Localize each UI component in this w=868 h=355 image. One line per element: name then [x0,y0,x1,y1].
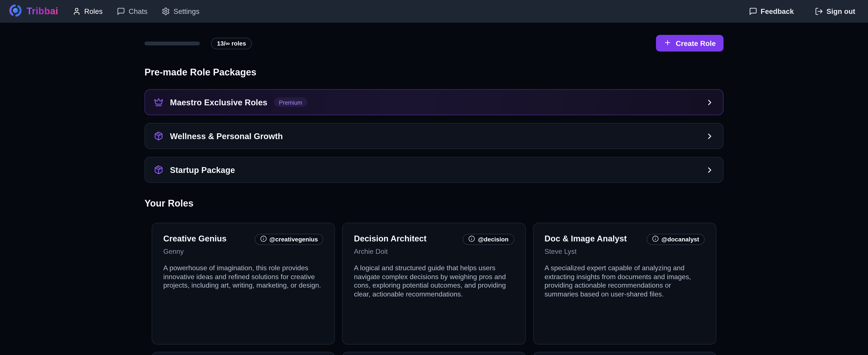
role-card-title: Creative Genius [163,233,226,244]
user-icon [72,7,81,16]
package-row-startup[interactable]: Startup Package [145,157,723,183]
role-handle: @decision [478,236,509,243]
role-card-description: A powerhouse of imagination, this role p… [163,264,323,290]
role-card-partial[interactable] [342,352,526,355]
roles-count-badge: 13/∞ roles [211,37,252,49]
role-card-subtitle: Archie Doit [354,248,514,256]
plus-icon [663,38,671,48]
role-handle-badge[interactable]: @docanalyst [647,234,705,245]
role-card-description: A specialized expert capable of analyzin… [545,264,705,299]
nav-label: Chats [129,7,148,16]
nav-item-roles[interactable]: Roles [72,7,103,16]
nav-label: Roles [84,7,103,16]
tribbai-logo-icon [8,3,23,20]
package-title: Wellness & Personal Growth [170,131,283,141]
logout-icon [815,7,823,16]
role-card-subtitle: Genny [163,248,323,256]
package-icon [154,165,163,175]
brand-logo[interactable]: Tribbai [8,3,58,20]
roles-progress-bar [145,41,200,45]
role-card-decision-architect[interactable]: Decision Architect @decision Archie Doit… [342,223,526,345]
package-title: Maestro Exclusive Roles [170,97,268,107]
package-row-maestro[interactable]: Maestro Exclusive Roles Premium [145,89,723,115]
crown-icon [154,97,163,107]
role-card-partial[interactable] [533,352,716,355]
chat-bubble-icon [117,7,125,16]
info-icon [260,235,267,243]
info-icon [468,235,475,243]
signout-label: Sign out [827,7,855,16]
role-card-doc-image-analyst[interactable]: Doc & Image Analyst @docanalyst Steve Ly… [533,223,716,345]
role-handle: @creativegenius [270,236,318,243]
chevron-right-icon [705,98,714,107]
roles-card-grid: Creative Genius @creativegenius Genny A … [145,223,723,345]
brand-name: Tribbai [27,6,58,17]
package-row-wellness[interactable]: Wellness & Personal Growth [145,123,723,149]
signout-button[interactable]: Sign out [815,7,856,16]
create-role-button[interactable]: Create Role [656,35,723,52]
role-card-title: Doc & Image Analyst [545,233,627,244]
chevron-right-icon [705,166,714,174]
feedback-label: Feedback [761,7,794,16]
page: Tribbai Roles Chats [0,0,868,355]
nav-label: Settings [174,7,199,16]
role-card-partial[interactable] [152,352,335,355]
premium-badge: Premium [274,97,307,107]
feedback-button[interactable]: Feedback [749,7,794,16]
role-card-subtitle: Steve Lyst [545,248,705,256]
role-card-creative-genius[interactable]: Creative Genius @creativegenius Genny A … [152,223,335,345]
main-nav: Roles Chats Settings [72,7,199,16]
role-handle: @docanalyst [661,236,699,243]
info-icon [652,235,659,243]
create-role-label: Create Role [676,39,716,47]
role-card-description: A logical and structured guide that help… [354,264,514,299]
main-content: 13/∞ roles Create Role Pre-made Role Pac… [145,35,723,355]
chevron-right-icon [705,131,714,141]
roles-toolbar: 13/∞ roles Create Role [145,35,723,52]
premade-section-title: Pre-made Role Packages [145,68,723,77]
nav-item-chats[interactable]: Chats [117,7,148,16]
role-card-title: Decision Architect [354,233,427,244]
role-handle-badge[interactable]: @decision [463,234,514,245]
roles-card-grid-row-2 [145,352,723,355]
nav-item-settings[interactable]: Settings [162,7,199,16]
package-list: Maestro Exclusive Roles Premium Wellness… [145,89,723,183]
feedback-bubble-icon [749,7,757,16]
package-title: Startup Package [170,165,235,175]
gear-icon [162,7,170,16]
your-roles-section-title: Your Roles [145,199,723,208]
topbar: Tribbai Roles Chats [0,0,868,23]
package-icon [154,131,163,141]
role-handle-badge[interactable]: @creativegenius [254,234,323,245]
